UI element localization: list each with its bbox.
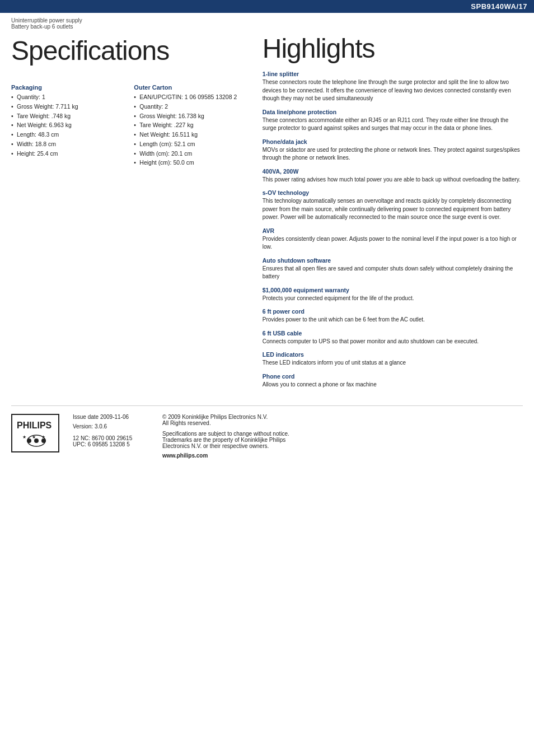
packaging-heading: Packaging bbox=[11, 84, 123, 91]
highlight-title: Phone cord bbox=[263, 373, 523, 380]
highlight-desc: This power rating advises how much total… bbox=[263, 176, 523, 184]
highlight-desc: Protects your connected equipment for th… bbox=[263, 295, 523, 303]
highlight-title: Auto shutdown software bbox=[263, 257, 523, 264]
upc-row: UPC: 6 09585 13208 5 bbox=[73, 441, 146, 447]
nc-label: 12 NC: bbox=[73, 435, 92, 441]
packaging-list: Quantity: 1Gross Weight: 7.711 kgTare We… bbox=[11, 93, 123, 158]
list-item: Length: 48.3 cm bbox=[11, 130, 123, 139]
list-item: Gross Weight: 7.711 kg bbox=[11, 102, 123, 111]
issue-date-value: 2009-11-06 bbox=[100, 414, 129, 420]
list-item: Tare Weight: .748 kg bbox=[11, 112, 123, 121]
version-row: Version: 3.0.6 bbox=[73, 423, 146, 430]
issue-date-row: Issue date 2009-11-06 bbox=[73, 414, 146, 420]
footer-logo-area: PHILIPS ★ ★ ★ bbox=[11, 414, 62, 452]
disclaimer-text: Specifications are subject to change wit… bbox=[162, 431, 523, 449]
highlight-item: Auto shutdown softwareEnsures that all o… bbox=[263, 257, 523, 281]
list-item: Length (cm): 52.1 cm bbox=[134, 140, 245, 149]
disclaimer-line2: Trademarks are the property of Koninklij… bbox=[162, 437, 523, 443]
list-item: Tare Weight: .227 kg bbox=[134, 121, 245, 130]
packaging-col: Packaging Quantity: 1Gross Weight: 7.711… bbox=[11, 76, 123, 168]
highlight-title: 400VA, 200W bbox=[263, 168, 523, 175]
footer-meta: Issue date 2009-11-06 Version: 3.0.6 12 … bbox=[73, 414, 523, 459]
highlight-item: s-OV technologyThis technology automatic… bbox=[263, 189, 523, 222]
specs-columns: Packaging Quantity: 1Gross Weight: 7.711… bbox=[11, 76, 246, 168]
highlight-item: 1-line splitterThese connectors route th… bbox=[263, 71, 523, 103]
list-item: Net Weight: 6.963 kg bbox=[11, 121, 123, 130]
product-code: SPB9140WA/17 bbox=[471, 2, 527, 11]
highlight-desc: These connectors accommodate either an R… bbox=[263, 116, 523, 133]
footer: PHILIPS ★ ★ ★ Issue date 2009-11-06 Vers… bbox=[11, 405, 523, 473]
philips-logo-svg: PHILIPS ★ ★ ★ bbox=[15, 417, 58, 448]
highlight-title: 6 ft USB cable bbox=[263, 330, 523, 337]
highlight-title: Data line/phone protection bbox=[263, 109, 523, 115]
outer-carton-heading: Outer Carton bbox=[134, 84, 245, 91]
subtitle-area: Uninterruptible power supply Battery bac… bbox=[0, 13, 534, 30]
highlight-desc: These connectors route the telephone lin… bbox=[263, 78, 523, 103]
list-item: Height (cm): 50.0 cm bbox=[134, 158, 245, 167]
subtitle-line1: Uninterruptible power supply bbox=[11, 17, 523, 24]
list-item: Width: 18.8 cm bbox=[11, 140, 123, 149]
list-item: Net Weight: 16.511 kg bbox=[134, 130, 245, 139]
highlight-desc: MOVs or sidactor are used for protecting… bbox=[263, 146, 523, 162]
highlight-item: Phone/data jackMOVs or sidactor are used… bbox=[263, 138, 523, 162]
svg-text:★: ★ bbox=[41, 435, 45, 440]
highlight-item: 6 ft USB cableConnects computer to UPS s… bbox=[263, 330, 523, 346]
subtitle-line2: Battery back-up 6 outlets bbox=[11, 24, 523, 30]
list-item: Quantity: 1 bbox=[11, 93, 123, 102]
specs-title: Specifications bbox=[11, 35, 246, 66]
left-column: Specifications Packaging Quantity: 1Gros… bbox=[11, 30, 257, 394]
highlight-desc: Ensures that all open files are saved an… bbox=[263, 265, 523, 281]
highlight-item: LED indicatorsThese LED indicators infor… bbox=[263, 351, 523, 367]
outer-carton-col: Outer Carton EAN/UPC/GTIN: 1 06 09585 13… bbox=[134, 76, 245, 168]
highlight-item: Data line/phone protectionThese connecto… bbox=[263, 109, 523, 133]
copyright-line1: © 2009 Koninklijke Philips Electronics N… bbox=[162, 414, 523, 420]
issue-date-label: Issue date bbox=[73, 414, 100, 420]
highlight-item: 6 ft power cordProvides power to the uni… bbox=[263, 308, 523, 324]
highlight-title: 6 ft power cord bbox=[263, 308, 523, 315]
right-column: Highlights 1-line splitterThese connecto… bbox=[257, 30, 523, 394]
highlight-desc: This technology automatically senses an … bbox=[263, 197, 523, 222]
highlights-title: Highlights bbox=[263, 33, 523, 64]
nc-value: 8670 000 29615 bbox=[92, 435, 132, 441]
highlight-title: 1-line splitter bbox=[263, 71, 523, 77]
highlight-desc: Provides consistently clean power. Adjus… bbox=[263, 235, 523, 251]
list-item: Quantity: 2 bbox=[134, 102, 245, 111]
list-item: EAN/UPC/GTIN: 1 06 09585 13208 2 bbox=[134, 93, 245, 102]
copyright-line2: All Rights reserved. bbox=[162, 420, 523, 426]
highlight-desc: These LED indicators inform you of unit … bbox=[263, 359, 523, 367]
copyright-text: © 2009 Koninklijke Philips Electronics N… bbox=[162, 414, 523, 426]
website-link: www.philips.com bbox=[162, 452, 523, 459]
svg-text:★: ★ bbox=[32, 435, 36, 440]
version-value: 3.0.6 bbox=[95, 423, 107, 430]
product-code-bar: SPB9140WA/17 bbox=[0, 0, 534, 13]
disclaimer-line1: Specifications are subject to change wit… bbox=[162, 431, 523, 437]
highlight-desc: Provides power to the unit which can be … bbox=[263, 316, 523, 324]
highlight-desc: Connects computer to UPS so that power m… bbox=[263, 338, 523, 346]
outer-carton-list: EAN/UPC/GTIN: 1 06 09585 13208 2Quantity… bbox=[134, 93, 245, 167]
upc-label: UPC: bbox=[73, 441, 88, 447]
list-item: Height: 25.4 cm bbox=[11, 150, 123, 158]
highlight-item: 400VA, 200WThis power rating advises how… bbox=[263, 168, 523, 184]
main-content: Specifications Packaging Quantity: 1Gros… bbox=[0, 30, 534, 394]
nc-row: 12 NC: 8670 000 29615 bbox=[73, 435, 146, 441]
highlight-title: s-OV technology bbox=[263, 189, 523, 196]
highlight-item: $1,000,000 equipment warrantyProtects yo… bbox=[263, 287, 523, 303]
svg-text:★: ★ bbox=[22, 435, 26, 440]
footer-meta-left: Issue date 2009-11-06 Version: 3.0.6 12 … bbox=[73, 414, 146, 459]
list-item: Gross Weight: 16.738 kg bbox=[134, 112, 245, 121]
disclaimer-line3: Electronics N.V. or their respective own… bbox=[162, 443, 523, 449]
svg-point-2 bbox=[27, 438, 31, 443]
upc-value: 6 09585 13208 5 bbox=[88, 441, 130, 447]
footer-meta-right: © 2009 Koninklijke Philips Electronics N… bbox=[162, 414, 523, 459]
highlight-item: Phone cordAllows you to connect a phone … bbox=[263, 373, 523, 389]
highlight-title: LED indicators bbox=[263, 351, 523, 358]
highlight-title: AVR bbox=[263, 227, 523, 234]
highlight-item: AVRProvides consistently clean power. Ad… bbox=[263, 227, 523, 251]
version-label: Version: bbox=[73, 423, 95, 430]
highlights-list: 1-line splitterThese connectors route th… bbox=[263, 71, 523, 389]
list-item: Width (cm): 20.1 cm bbox=[134, 150, 245, 158]
highlight-title: $1,000,000 equipment warranty bbox=[263, 287, 523, 293]
philips-logo: PHILIPS ★ ★ ★ bbox=[11, 414, 59, 452]
svg-text:PHILIPS: PHILIPS bbox=[17, 421, 52, 430]
highlight-desc: Allows you to connect a phone or fax mac… bbox=[263, 381, 523, 389]
